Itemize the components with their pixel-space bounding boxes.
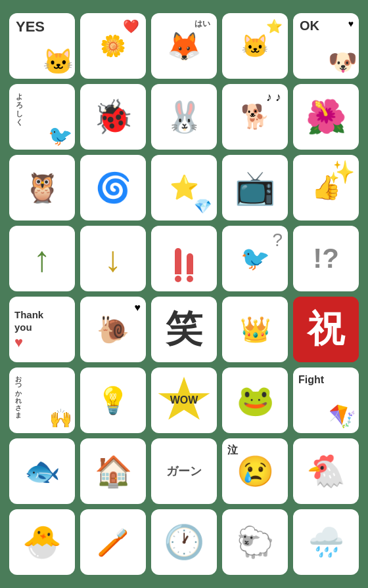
- sticker-question-bird[interactable]: 🐦 ?: [222, 226, 288, 291]
- fight-text: Fight: [298, 374, 324, 386]
- yes-text: YES: [16, 18, 45, 35]
- question-mark-icon: ?: [272, 230, 283, 251]
- sticker-toothbrush[interactable]: 🪥: [80, 509, 146, 575]
- sticker-ok[interactable]: OK ♥ 🐶: [293, 13, 359, 79]
- sticker-bulbs[interactable]: 💡: [80, 368, 146, 433]
- thank-text: Thankyou: [14, 308, 43, 334]
- fox-icon: 🦊: [167, 30, 201, 62]
- exclaim-q-icon: !?: [313, 243, 339, 274]
- sticker-arrow-up[interactable]: ↑: [9, 226, 75, 291]
- flower-icon: 🌼: [100, 33, 126, 58]
- dot2-icon: [187, 276, 193, 282]
- sticker-birds[interactable]: 🦉: [9, 155, 75, 220]
- heart-snail-icon: ♥: [135, 302, 141, 314]
- rabbit-icon: 🐰: [166, 99, 203, 135]
- sticker-music[interactable]: ♪ ♪ 🐕: [222, 84, 288, 150]
- arrow-up-icon: ↑: [34, 238, 51, 279]
- swirl-icon: 🌀: [95, 171, 131, 205]
- sticker-arrow-down[interactable]: ↓: [80, 226, 146, 291]
- sticker-star-cat[interactable]: ⭐ 🐱: [222, 13, 288, 79]
- cry-icon: 😢: [237, 453, 274, 489]
- tv-icon: 📺: [235, 169, 275, 207]
- otsukaresama-text: おつかれさま: [13, 371, 22, 415]
- sparkle-icon: ✨: [327, 159, 355, 185]
- yoroshiku-text: よろしく: [14, 88, 24, 122]
- heart-ok-icon: ♥: [348, 18, 354, 29]
- hai-text: はい: [195, 18, 210, 30]
- sticker-crying[interactable]: 😢 泣: [222, 438, 288, 504]
- heart-icon: ❤️: [123, 18, 139, 34]
- fish-icon: 🐟: [24, 454, 60, 488]
- gaan-text: ガーン: [166, 463, 202, 479]
- rain-icon: 🌧️: [308, 525, 344, 559]
- sticker-yoroshiku[interactable]: よろしく 🐦: [9, 84, 75, 150]
- toothbrush-icon: 🪥: [97, 527, 129, 558]
- sticker-fluffy[interactable]: 🐑: [222, 509, 288, 575]
- arrow-down-icon: ↓: [104, 238, 122, 279]
- house-icon: 🏠: [95, 453, 132, 489]
- bird-q-icon: 🐦: [241, 245, 270, 272]
- dog-icon: 🐶: [328, 49, 357, 76]
- thank-heart-icon: ♥: [14, 334, 23, 351]
- sticker-exclaim-question[interactable]: !?: [293, 226, 359, 291]
- diamond-icon: 💎: [194, 198, 212, 215]
- sticker-thank-you[interactable]: Thankyou ♥: [9, 297, 75, 362]
- kite-icon: 🪁: [329, 403, 356, 429]
- sticker-grid: YES 🐱 ❤️ 🌼 はい 🦊 ⭐ 🐱 OK ♥ 🐶 よろしく 🐦: [9, 13, 359, 575]
- wow-text: WOW: [170, 394, 198, 406]
- cat-star-icon: 🐱: [241, 33, 269, 59]
- bird-icon: 🐦: [48, 124, 72, 147]
- hands-icon: 🙌: [49, 408, 72, 429]
- iwai-kanji: 祝: [308, 304, 344, 354]
- star-diamond-icon: ⭐: [170, 174, 199, 201]
- sticker-chicken[interactable]: 🐔: [293, 438, 359, 504]
- sticker-rain[interactable]: 🌧️: [293, 509, 359, 575]
- sticker-thumb[interactable]: ✨ 👍: [293, 155, 359, 220]
- ok-text: OK: [300, 18, 319, 33]
- sticker-wow[interactable]: WOW: [151, 368, 217, 433]
- sticker-snail[interactable]: 🐌 ♥: [80, 297, 146, 362]
- star-icon: ⭐: [266, 18, 283, 34]
- fluffy-icon: 🐑: [237, 524, 274, 560]
- sticker-gaan[interactable]: ガーン: [151, 438, 217, 504]
- dog-music-icon: 🐕: [241, 103, 270, 131]
- sticker-house[interactable]: 🏠: [80, 438, 146, 504]
- sticker-orange-flower[interactable]: 🌺: [293, 84, 359, 150]
- sticker-fish-bird[interactable]: 🐟: [9, 438, 75, 504]
- sticker-swirl[interactable]: 🌀: [80, 155, 146, 220]
- sticker-crown[interactable]: 👑: [222, 297, 288, 362]
- frog-icon: 🐸: [237, 383, 274, 418]
- sticker-fight[interactable]: Fight 🪁: [293, 368, 359, 433]
- laugh-kanji: 笑: [166, 304, 202, 354]
- sticker-exclaim-legs[interactable]: [151, 226, 217, 291]
- monster-bird-icon: 🦉: [24, 171, 60, 205]
- leg2-icon: [187, 253, 193, 274]
- cat-icon: 🐱: [43, 47, 74, 76]
- note-icon: ♪ ♪: [266, 91, 281, 104]
- naki-kanji: 泣: [227, 444, 238, 457]
- sticker-heart-flowers[interactable]: ❤️ 🌼: [80, 13, 146, 79]
- sticker-chick[interactable]: 🐣: [9, 509, 75, 575]
- sticker-clock[interactable]: 🕐: [151, 509, 217, 575]
- dot1-icon: [175, 276, 181, 282]
- sticker-otsukaresama[interactable]: おつかれさま 🙌: [9, 368, 75, 433]
- sticker-frog[interactable]: 🐸: [222, 368, 288, 433]
- sticker-tv[interactable]: 📺: [222, 155, 288, 220]
- sticker-iwai[interactable]: 祝: [293, 297, 359, 362]
- sticker-yes[interactable]: YES 🐱: [9, 13, 75, 79]
- clock-icon: 🕐: [164, 523, 204, 561]
- flower-orange-icon: 🌺: [306, 98, 346, 136]
- sticker-ladybug[interactable]: 🐞: [80, 84, 146, 150]
- leg1-icon: [175, 248, 181, 274]
- ladybug-icon: 🐞: [93, 98, 133, 136]
- bulb-icon: 💡: [97, 385, 129, 416]
- sticker-star-diamond[interactable]: ⭐ 💎: [151, 155, 217, 220]
- sticker-rabbit[interactable]: 🐰: [151, 84, 217, 150]
- sticker-laugh[interactable]: 笑: [151, 297, 217, 362]
- chick-icon: 🐣: [22, 524, 62, 560]
- snail-icon: 🐌: [97, 314, 129, 345]
- sticker-fox-hai[interactable]: はい 🦊: [151, 13, 217, 79]
- chicken-icon: 🐔: [306, 453, 346, 490]
- crown-icon: 👑: [240, 315, 271, 344]
